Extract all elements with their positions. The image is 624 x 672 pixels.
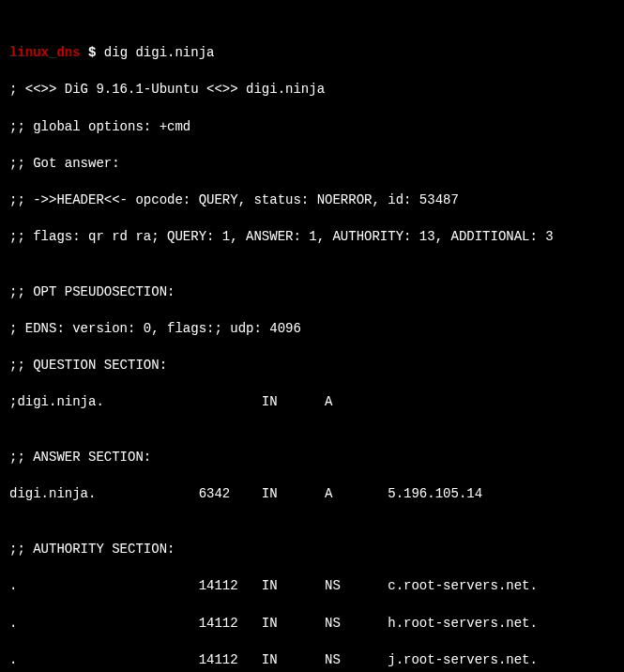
prompt-command: dig digi.ninja [104,45,215,60]
opt-title: ;; OPT PSEUDOSECTION: [9,283,615,302]
prompt-hostname: linux_dns [9,45,81,60]
prompt-line[interactable]: linux_dns $ dig digi.ninja [9,44,615,63]
authority-record: . 14112 IN NS j.root-servers.net. [9,651,615,670]
output-line: ;; Got answer: [9,155,615,174]
output-line: ;; ->>HEADER<<- opcode: QUERY, status: N… [9,191,615,210]
answer-title: ;; ANSWER SECTION: [9,449,615,467]
authority-record: . 14112 IN NS c.root-servers.net. [9,577,615,596]
authority-record: . 14112 IN NS h.root-servers.net. [9,615,615,634]
prompt-dollar: $ [81,45,104,60]
output-line: ; EDNS: version: 0, flags:; udp: 4096 [9,320,615,339]
output-line: ;digi.ninja. IN A [9,393,615,412]
answer-record: digi.ninja. 6342 IN A 5.196.105.14 [9,485,615,504]
authority-title: ;; AUTHORITY SECTION: [9,541,615,559]
output-line: ;; flags: qr rd ra; QUERY: 1, ANSWER: 1,… [9,228,615,247]
output-line: ;; global options: +cmd [9,118,615,137]
question-title: ;; QUESTION SECTION: [9,357,615,375]
output-line: ; <<>> DiG 9.16.1-Ubuntu <<>> digi.ninja [9,81,615,99]
